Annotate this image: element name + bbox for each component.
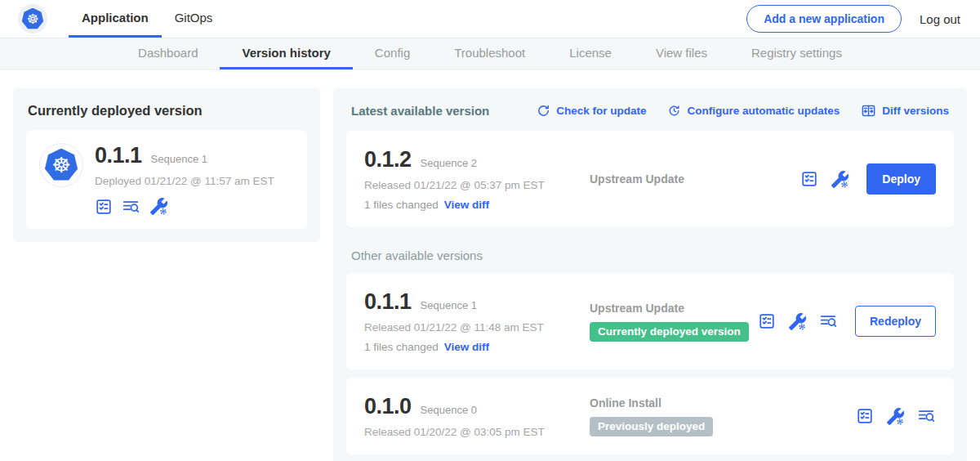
view-diff-logs-icon[interactable] <box>917 407 936 425</box>
version-card: 0.1.2 Sequence 2 Released 01/21/22 @ 05:… <box>346 131 954 227</box>
diff-versions-link[interactable]: Diff versions <box>861 103 949 119</box>
deployed-sequence-label: Sequence 1 <box>151 153 207 165</box>
subnav-config[interactable]: Config <box>353 38 432 69</box>
preflight-checks-icon[interactable] <box>758 312 776 330</box>
version-history-panel: Latest available version Check for updat… <box>333 88 967 461</box>
refresh-icon <box>537 104 550 118</box>
add-new-application-button[interactable]: Add a new application <box>746 5 902 33</box>
redeploy-button[interactable]: Redeploy <box>855 306 936 337</box>
view-diff-link[interactable]: View diff <box>444 341 489 353</box>
currently-deployed-badge: Currently deployed version <box>590 322 749 342</box>
edit-config-icon[interactable] <box>886 407 905 426</box>
edit-config-icon[interactable] <box>831 170 849 189</box>
tab-gitops[interactable]: GitOps <box>162 0 226 38</box>
version-source-label: Online Install <box>590 396 848 410</box>
currently-deployed-title: Currently deployed version <box>28 103 305 119</box>
subnav-version-history[interactable]: Version history <box>220 38 352 69</box>
deploy-button[interactable]: Deploy <box>866 163 936 195</box>
released-timestamp: Released 01/21/22 @ 11:48 am EST <box>364 321 581 333</box>
currently-deployed-panel: Currently deployed version ☸ 0.1.1 Seque… <box>13 88 320 242</box>
configure-automatic-updates-link[interactable]: Configure automatic updates <box>667 104 840 118</box>
top-header: ☸ Application GitOps Add a new applicati… <box>0 0 980 38</box>
view-diff-link[interactable]: View diff <box>444 199 489 211</box>
files-changed-label: 1 files changed <box>364 341 439 353</box>
version-source-label: Upstream Update <box>590 172 792 186</box>
view-diff-logs-icon[interactable] <box>122 198 140 216</box>
subnav-view-files[interactable]: View files <box>634 38 729 69</box>
deployed-timestamp: Deployed 01/21/22 @ 11:57 am EST <box>95 175 274 187</box>
sequence-label: Sequence 1 <box>421 299 477 311</box>
deployed-version-number: 0.1.1 <box>95 143 142 168</box>
other-available-title: Other available versions <box>351 248 949 262</box>
kubernetes-logo-icon: ☸ <box>22 8 44 30</box>
files-changed-label: 1 files changed <box>364 199 439 211</box>
version-number: 0.1.0 <box>364 394 412 419</box>
view-diff-logs-icon[interactable] <box>819 312 838 330</box>
logout-button[interactable]: Log out <box>920 12 960 26</box>
released-timestamp: Released 01/20/22 @ 03:05 pm EST <box>364 426 581 438</box>
app-icon: ☸ <box>39 143 83 187</box>
version-card: 0.1.0 Sequence 0 Released 01/20/22 @ 03:… <box>346 378 954 454</box>
version-source-label: Upstream Update <box>590 302 750 315</box>
subnav-license[interactable]: License <box>547 38 634 69</box>
kubernetes-logo-icon: ☸ <box>45 149 78 182</box>
deployed-version-card: ☸ 0.1.1 Sequence 1 Deployed 01/21/22 @ 1… <box>26 130 307 229</box>
subnav-troubleshoot[interactable]: Troubleshoot <box>432 38 547 69</box>
preflight-checks-icon[interactable] <box>856 407 874 425</box>
sequence-label: Sequence 0 <box>421 404 477 416</box>
released-timestamp: Released 01/21/22 @ 05:37 pm EST <box>364 179 581 191</box>
clock-refresh-icon <box>667 104 681 118</box>
sequence-label: Sequence 2 <box>421 157 477 169</box>
previously-deployed-badge: Previously deployed <box>590 417 713 436</box>
version-card: 0.1.1 Sequence 1 Released 01/21/22 @ 11:… <box>346 273 954 369</box>
app-logo: ☸ <box>18 4 47 34</box>
preflight-checks-icon[interactable] <box>800 170 818 188</box>
edit-config-icon[interactable] <box>149 197 168 216</box>
diff-split-icon <box>861 103 876 119</box>
app-subnav: Dashboard Version history Config Trouble… <box>0 38 980 70</box>
edit-config-icon[interactable] <box>788 312 807 331</box>
tab-application[interactable]: Application <box>69 0 162 38</box>
latest-available-title: Latest available version <box>351 104 489 118</box>
subnav-registry-settings[interactable]: Registry settings <box>729 38 864 69</box>
main-content: Currently deployed version ☸ 0.1.1 Seque… <box>0 70 980 461</box>
version-number: 0.1.1 <box>364 289 412 315</box>
version-number: 0.1.2 <box>364 147 412 172</box>
preflight-checks-icon[interactable] <box>95 198 113 216</box>
check-for-update-link[interactable]: Check for update <box>537 104 646 118</box>
subnav-dashboard[interactable]: Dashboard <box>116 38 220 69</box>
